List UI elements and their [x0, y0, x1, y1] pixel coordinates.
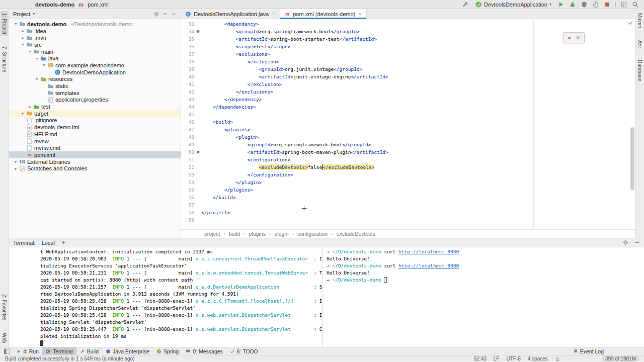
line-ending[interactable]: LF	[494, 356, 500, 361]
tool-window-button-terminal[interactable]: Terminal	[42, 347, 76, 355]
breadcrumb-plugin[interactable]: plugin	[274, 231, 288, 237]
new-terminal-tab-icon[interactable]	[61, 240, 66, 245]
terminal-tab-local[interactable]: Local	[42, 240, 55, 246]
tree-item-main[interactable]: ▾main	[9, 48, 181, 55]
tree-item-resources[interactable]: ▾resources	[9, 76, 181, 83]
code-line[interactable]: 45	[181, 111, 635, 118]
code-line[interactable]: 39 <groupId>org.junit.vintage</groupId>	[181, 65, 635, 73]
code-line[interactable]: 53 </configuration>	[181, 171, 635, 178]
layout-icon[interactable]	[620, 1, 627, 8]
editor-scrollbar[interactable]	[630, 127, 634, 190]
close-icon[interactable]	[575, 35, 581, 41]
code-line[interactable]: 49 <groupId>org.springframework.boot</gr…	[181, 141, 635, 148]
line-number[interactable]: 36	[181, 44, 194, 49]
code-line[interactable]: 33 <dependency>	[181, 20, 635, 28]
code-line[interactable]: 41 </exclusion>	[181, 80, 635, 88]
gear-icon[interactable]	[153, 11, 159, 17]
tree-item-mvn[interactable]: ▸.mvn	[9, 34, 181, 41]
line-number[interactable]: 53	[181, 172, 194, 177]
debug-button[interactable]	[569, 1, 576, 8]
code-editor[interactable]: 33 <dependency>34 <groupId>org.springfra…	[181, 19, 635, 229]
line-number[interactable]: 38	[181, 59, 194, 64]
tree-item-static[interactable]: static	[9, 82, 181, 89]
code-line[interactable]: 59	[181, 216, 635, 224]
tool-stripe-button-ant[interactable]: Ant	[636, 38, 643, 50]
code-line[interactable]: 52 <excludeDevtools>false</excludeDevtoo…	[181, 163, 635, 171]
tab-pom-xml-devtools-demo[interactable]: mpom.xml (devtools-demo)	[280, 9, 367, 19]
code-line[interactable]: 47 <plugins>	[181, 126, 635, 133]
code-line[interactable]: 42 </exclusions>	[181, 88, 635, 96]
breadcrumb-configuration[interactable]: configuration	[297, 231, 328, 237]
tree-item-templates[interactable]: templates	[9, 89, 181, 97]
line-number[interactable]: 39	[181, 66, 194, 72]
tree-expanded-icon[interactable]: ▾	[34, 56, 40, 61]
code-line[interactable]: 50 <artifactId>spring-boot-maven-plugin<…	[181, 148, 635, 156]
line-number[interactable]: 50	[181, 149, 194, 155]
tree-item-com-example-devtoolsdemo[interactable]: ▾com.example.devtoolsdemo	[9, 62, 181, 69]
inspections-ok-icon[interactable]	[628, 20, 633, 26]
line-number[interactable]: 47	[181, 127, 194, 132]
line-number[interactable]: 48	[181, 134, 194, 140]
tree-item-pom-xml[interactable]: mpom.xml	[9, 151, 181, 158]
tree-item-devtools-demo[interactable]: ▾devtools-demo~/Desktop/devtools-demo	[9, 21, 181, 28]
line-number[interactable]: 52	[181, 164, 194, 170]
tree-item-test[interactable]: ▸test	[9, 103, 181, 110]
gutter-icon[interactable]	[194, 29, 201, 34]
gutter-icon[interactable]	[194, 150, 201, 154]
tree-item-scratches-and-consoles[interactable]: ▸Scratches and Consoles	[9, 165, 181, 172]
breadcrumb-excludedevtools[interactable]: excludeDevtools	[337, 231, 375, 237]
tree-collapsed-icon[interactable]: ▸	[20, 29, 26, 33]
tree-expanded-icon[interactable]: ▾	[34, 77, 40, 81]
indent-setting[interactable]: 4 spaces	[528, 356, 548, 361]
tree-collapsed-icon[interactable]: ▸	[13, 159, 19, 164]
line-number[interactable]: 55	[181, 187, 194, 193]
line-number[interactable]: 42	[181, 89, 194, 95]
code-line[interactable]: 55 </plugins>	[181, 186, 635, 194]
chevron-down-icon[interactable]: ▾	[33, 12, 35, 16]
line-number[interactable]: 33	[181, 21, 194, 27]
profiler-button[interactable]	[592, 1, 599, 8]
tool-window-button-spring[interactable]: Spring	[153, 347, 182, 355]
tree-item-target[interactable]: ▸target	[9, 110, 181, 117]
code-line[interactable]: 40 <artifactId>junit-vintage-engine</art…	[181, 73, 635, 80]
tool-window-button-4-run[interactable]: 4: Run	[13, 347, 42, 355]
line-number[interactable]: 59	[181, 217, 194, 223]
gear-icon[interactable]	[623, 240, 628, 245]
line-number[interactable]: 45	[181, 112, 194, 117]
code-line[interactable]: 48 <plugin>	[181, 133, 635, 141]
tool-stripe-button-7-structure[interactable]: 7: Structure	[1, 44, 8, 74]
tree-collapsed-icon[interactable]: ▸	[13, 166, 19, 171]
tree-expanded-icon[interactable]: ▾	[13, 22, 19, 26]
code-line[interactable]: 54 </plugin>	[181, 178, 635, 186]
breadcrumb-build[interactable]: build	[229, 231, 240, 237]
tree-expanded-icon[interactable]: ▾	[20, 42, 26, 47]
caret-position[interactable]: 52:43	[474, 356, 487, 361]
tree-item-java[interactable]: ▾java	[9, 55, 181, 62]
code-line[interactable]: 38 <exclusion>	[181, 58, 635, 65]
line-number[interactable]: 35	[181, 36, 194, 42]
tool-stripe-button-2-favorites[interactable]: 2: Favorites	[1, 292, 8, 322]
tree-item-devtools-demo-iml[interactable]: devtools-demo.iml	[9, 124, 181, 131]
run-button[interactable]	[557, 1, 565, 8]
coverage-button[interactable]	[581, 1, 588, 8]
hide-panel-icon[interactable]	[171, 11, 177, 17]
close-icon[interactable]	[358, 12, 362, 16]
line-number[interactable]: 46	[181, 119, 194, 125]
line-number[interactable]: 41	[181, 81, 194, 87]
line-number[interactable]: 40	[181, 74, 194, 79]
tool-stripe-button-maven[interactable]: Maven	[636, 11, 643, 30]
memory-indicator[interactable]: 390 of 1981M	[602, 356, 639, 361]
tree-expanded-icon[interactable]: ▾	[41, 63, 47, 67]
tree-item-gitignore[interactable]: .gitignore	[9, 117, 181, 124]
code-line[interactable]: 56 </build>	[181, 194, 635, 201]
tool-stripe-button-web[interactable]: Web	[1, 331, 8, 345]
tree-item-help-md[interactable]: HELP.md	[9, 131, 181, 138]
tool-window-button-build[interactable]: Build	[76, 347, 102, 355]
event-log-button[interactable]: Event Log	[573, 348, 604, 354]
search-everywhere-icon[interactable]	[632, 1, 639, 8]
line-number[interactable]: 56	[181, 195, 194, 200]
line-number[interactable]: 44	[181, 104, 194, 110]
close-icon[interactable]	[271, 12, 276, 16]
line-number[interactable]: 49	[181, 142, 194, 147]
line-number[interactable]: 51	[181, 157, 194, 162]
